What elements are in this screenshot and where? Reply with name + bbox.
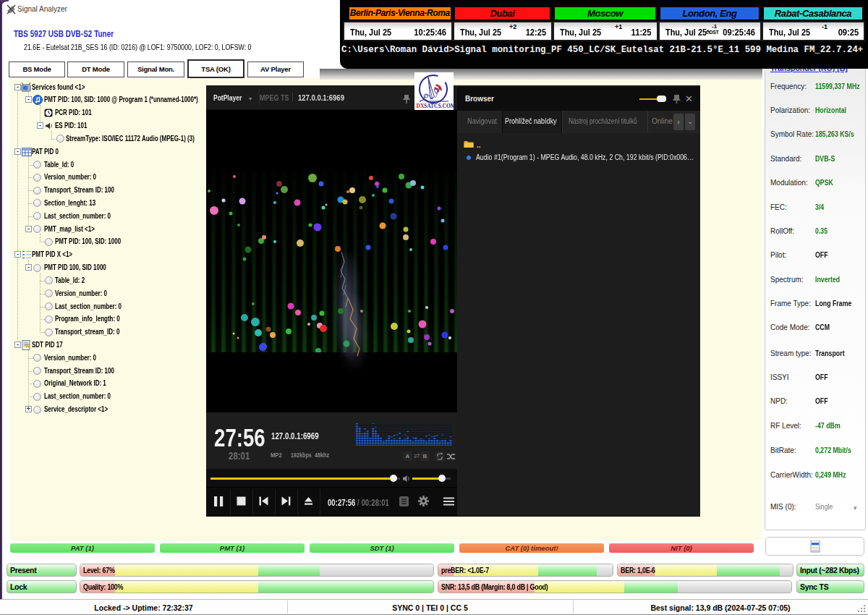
svg-text:SATCS.COM: SATCS.COM <box>424 103 454 109</box>
